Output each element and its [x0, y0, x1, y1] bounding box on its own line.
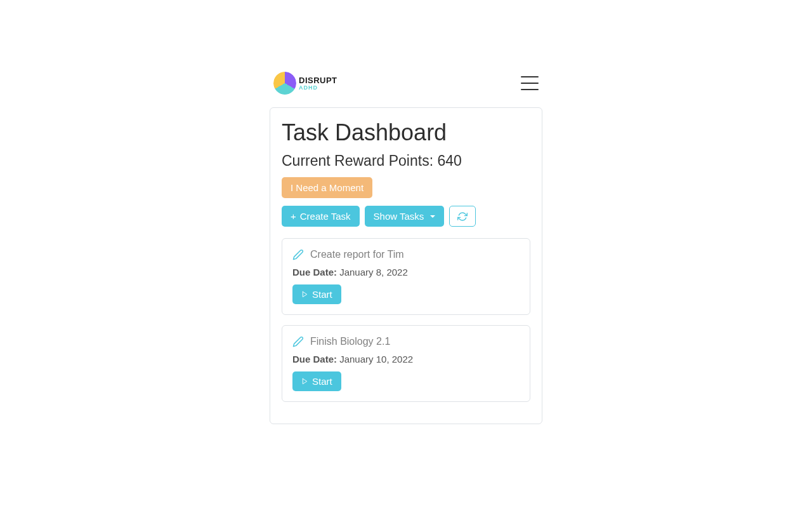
menu-icon[interactable]: [521, 76, 539, 90]
reward-value: 640: [437, 152, 461, 169]
logo[interactable]: DISRUPT ADHD: [273, 72, 337, 95]
logo-text: DISRUPT ADHD: [299, 76, 337, 91]
show-tasks-label: Show Tasks: [374, 211, 424, 222]
action-buttons-row: + Create Task Show Tasks: [282, 206, 530, 227]
start-label: Start: [312, 376, 332, 387]
play-icon: [301, 378, 308, 385]
due-date-label: Due Date:: [292, 267, 339, 277]
refresh-icon: [457, 211, 468, 222]
task-title: Finish Biology 2.1: [310, 336, 390, 347]
reward-points: Current Reward Points: 640: [282, 152, 530, 170]
due-date-label: Due Date:: [292, 354, 339, 364]
due-date-value: January 10, 2022: [339, 354, 413, 364]
plus-icon: +: [291, 211, 296, 221]
start-task-button[interactable]: Start: [292, 371, 341, 391]
reward-label: Current Reward Points:: [282, 152, 437, 169]
task-header: Finish Biology 2.1: [292, 336, 520, 347]
need-moment-button[interactable]: I Need a Moment: [282, 177, 372, 198]
svg-marker-0: [303, 291, 306, 297]
show-tasks-dropdown[interactable]: Show Tasks: [365, 206, 445, 227]
task-due-row: Due Date: January 10, 2022: [292, 354, 520, 365]
logo-main-text: DISRUPT: [299, 76, 337, 84]
chevron-down-icon: [430, 215, 435, 218]
task-card: Create report for Tim Due Date: January …: [282, 238, 530, 315]
page-title: Task Dashboard: [282, 119, 530, 146]
pencil-icon[interactable]: [292, 249, 304, 260]
task-title: Create report for Tim: [310, 249, 404, 260]
start-label: Start: [312, 289, 332, 300]
task-due-row: Due Date: January 8, 2022: [292, 267, 520, 278]
pencil-icon[interactable]: [292, 336, 304, 347]
play-icon: [301, 291, 308, 298]
logo-circle-icon: [273, 72, 296, 95]
refresh-button[interactable]: [449, 206, 476, 227]
create-task-button[interactable]: + Create Task: [282, 206, 360, 227]
logo-sub-text: ADHD: [299, 85, 337, 91]
dashboard-card: Task Dashboard Current Reward Points: 64…: [270, 107, 542, 424]
task-header: Create report for Tim: [292, 249, 520, 260]
navbar: DISRUPT ADHD: [263, 67, 549, 100]
task-card: Finish Biology 2.1 Due Date: January 10,…: [282, 325, 530, 402]
due-date-value: January 8, 2022: [339, 267, 408, 277]
start-task-button[interactable]: Start: [292, 284, 341, 304]
create-task-label: Create Task: [300, 211, 351, 222]
svg-marker-1: [303, 378, 306, 384]
app-container: DISRUPT ADHD Task Dashboard Current Rewa…: [263, 67, 549, 432]
